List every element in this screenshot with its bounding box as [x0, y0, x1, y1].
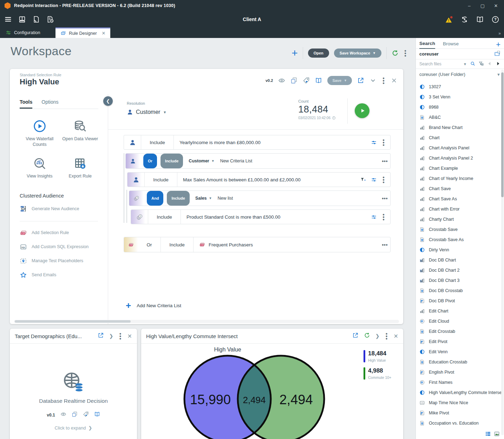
list-view-icon[interactable]	[485, 431, 491, 438]
sliders-icon[interactable]	[371, 177, 377, 183]
file-item[interactable]: Mike Pivot	[416, 408, 501, 418]
close-button[interactable]: ✕	[491, 1, 501, 10]
file-item[interactable]: Doc DB Chart 2	[416, 265, 501, 275]
include-label[interactable]: Include	[161, 237, 193, 252]
preview-eye-icon[interactable]	[278, 77, 285, 84]
file-item[interactable]: Crosstab Save	[416, 224, 501, 234]
file-item[interactable]: Edit Crosstab	[416, 326, 501, 336]
page-prev-icon[interactable]	[487, 61, 492, 67]
action-add-custom-sql-expression[interactable]: SQLAdd Custom SQL Expression	[20, 243, 108, 251]
menu-icon[interactable]	[3, 14, 13, 25]
tool-open-data-viewer[interactable]: Open Data Viewer	[61, 120, 100, 148]
criteria-text[interactable]: Max Sales Amount is between £1,000.00 an…	[177, 173, 360, 187]
add-new-criteria-list-button[interactable]: + Add New Criteria List	[126, 300, 181, 311]
close-panel-icon[interactable]: ✕	[394, 333, 398, 340]
file-item[interactable]: Chart of Yearly Income	[416, 173, 501, 183]
file-item[interactable]: Edit Chart	[416, 306, 501, 316]
row-menu-icon[interactable]: •••	[382, 213, 385, 221]
include-label[interactable]: Include	[148, 210, 181, 224]
file-item[interactable]: Crosstab Save As	[416, 234, 501, 245]
add-file-icon[interactable]: +	[496, 40, 500, 49]
generate-new-audience-button[interactable]: Generate New Audience	[20, 205, 108, 213]
include-pill[interactable]: Include	[161, 154, 183, 168]
filter-icon[interactable]	[479, 61, 484, 67]
file-item[interactable]: Edit Cloud	[416, 316, 501, 326]
save-workspace-button[interactable]: Save Workspace▼	[334, 49, 381, 58]
chevron-right-icon[interactable]: ❯	[109, 333, 113, 339]
row-menu-icon[interactable]: •••	[382, 176, 385, 183]
file-item[interactable]: Chart Example	[416, 163, 501, 173]
file-item[interactable]: Doc DB Crosstab	[416, 285, 501, 296]
file-item[interactable]: Chart with Error	[416, 204, 501, 214]
refresh-icon[interactable]	[392, 50, 399, 57]
file-item[interactable]: Doc DB Chart 3	[416, 275, 501, 285]
include-pill[interactable]: Include	[167, 191, 190, 206]
row-menu-icon[interactable]: •••	[382, 139, 385, 146]
tab-options[interactable]: Options	[41, 99, 58, 109]
run-count-button[interactable]	[355, 103, 369, 118]
minimize-button[interactable]: –	[464, 1, 474, 10]
sidebar-scrollbar[interactable]	[501, 70, 504, 435]
file-item[interactable]: 8968	[416, 102, 501, 112]
maximize-button[interactable]: ▢	[477, 1, 488, 10]
folder-group-header[interactable]: coreuser (User Folder) ▼	[416, 69, 504, 80]
close-rule-icon[interactable]	[391, 77, 398, 84]
file-item[interactable]: Charty Chart	[416, 214, 501, 224]
search-files-input[interactable]: Search files	[419, 62, 460, 66]
sliders-icon[interactable]	[371, 140, 377, 146]
chevron-right-icon[interactable]: ❯	[375, 333, 380, 339]
open-folder-copy-icon[interactable]	[494, 50, 500, 58]
tool-export-rule[interactable]: Export Rule	[61, 157, 100, 179]
criteria-group-row[interactable]: $$AndIncludeSales▼New list•••	[129, 191, 391, 206]
collapse-panel-button[interactable]: ❮	[103, 96, 113, 106]
action-manage-test-placeholders[interactable]: Manage Test Placeholders	[20, 257, 108, 265]
file-item[interactable]: Education Crosstab	[416, 357, 501, 367]
collapse-chevron-icon[interactable]	[369, 77, 377, 84]
tool-view-insights[interactable]: View Insights	[20, 157, 59, 179]
operator-pill[interactable]: And	[147, 191, 163, 206]
preview-eye-icon[interactable]	[60, 411, 66, 419]
rule-reference-row[interactable]: OrIncludeFrequent Purchasers•••	[124, 237, 391, 252]
row-menu-icon[interactable]: •••	[382, 191, 385, 206]
file-item[interactable]: Edit Pivot	[416, 336, 501, 347]
include-label[interactable]: Include	[145, 173, 177, 187]
alerts-icon[interactable]	[444, 14, 454, 25]
file-item[interactable]: Chart Save	[416, 183, 501, 194]
file-item[interactable]: First Names	[416, 377, 501, 387]
file-item[interactable]: Occupation vs. Education	[416, 418, 501, 428]
criteria-group-row[interactable]: OrIncludeCustomer▼New Criteria List•••	[125, 153, 391, 169]
open-in-new-icon[interactable]	[357, 77, 364, 84]
resolution-select[interactable]: Customer ▼	[127, 109, 166, 115]
tool-view-waterfall-counts[interactable]: View Waterfall Counts	[20, 120, 59, 148]
tag-icon[interactable]	[303, 77, 310, 84]
referenced-rule-name[interactable]: Frequent Purchasers	[194, 237, 382, 252]
query-text[interactable]: coreuser	[419, 51, 439, 57]
tab-browse[interactable]: Browse	[443, 41, 459, 49]
file-item[interactable]: English Pivot	[416, 367, 501, 377]
rule-menu-icon[interactable]: •••	[382, 77, 385, 84]
group-name[interactable]: New Criteria List	[220, 154, 253, 168]
thumbnail-view-icon[interactable]	[494, 431, 500, 438]
file-item[interactable]: Chart Save As	[416, 194, 501, 204]
group-name[interactable]: New list	[218, 191, 233, 206]
page-next-icon[interactable]	[496, 61, 500, 67]
close-panel-icon[interactable]: ✕	[127, 333, 132, 340]
file-item[interactable]: 3 Set Venn	[416, 92, 501, 102]
file-item[interactable]: Chart Analysis Panel	[416, 143, 501, 153]
operator-pill[interactable]: Or	[143, 154, 157, 168]
documentation-book-icon[interactable]	[474, 14, 485, 25]
operator-label[interactable]: Or	[138, 237, 161, 252]
criteria-text[interactable]: YearlyIncome is more than £80,000.00	[174, 135, 371, 149]
click-to-expand[interactable]: Click to expand❯	[55, 425, 92, 431]
open-button[interactable]: Open	[308, 49, 329, 58]
refresh-icon[interactable]	[364, 332, 370, 340]
search-icon[interactable]	[470, 61, 475, 67]
file-item[interactable]: Doc DB Chart	[416, 255, 501, 265]
panel-menu-icon[interactable]: •••	[385, 333, 388, 340]
sliders-icon[interactable]	[371, 214, 377, 220]
file-item[interactable]: Chart	[416, 133, 501, 143]
tab-rule-designer[interactable]: Rule Designer ✕	[55, 27, 110, 38]
open-book-icon[interactable]	[94, 411, 100, 419]
duplicate-icon[interactable]	[290, 77, 297, 84]
action-add-selection-rule[interactable]: Add Selection Rule	[20, 229, 108, 237]
